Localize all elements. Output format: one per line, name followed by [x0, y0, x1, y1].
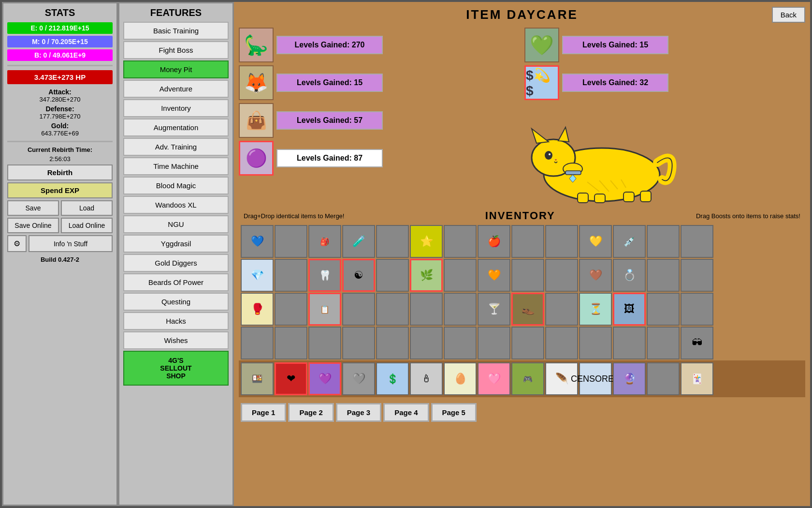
- feature-augmentation[interactable]: Augmentation: [123, 119, 229, 136]
- equipped-cell[interactable]: 🃏: [681, 362, 713, 395]
- feature-adventure[interactable]: Adventure: [123, 80, 229, 98]
- feature-yggdrasil[interactable]: Yggdrasil: [123, 235, 229, 253]
- equipped-cell[interactable]: ❤: [275, 362, 307, 395]
- page-5-button[interactable]: Page 5: [431, 403, 477, 422]
- inv-cell[interactable]: [579, 327, 612, 359]
- feature-adv-training[interactable]: Adv. Training: [123, 138, 229, 156]
- inv-cell[interactable]: 📋: [308, 293, 341, 326]
- feature-wishes[interactable]: Wishes: [123, 331, 229, 349]
- equipped-cell[interactable]: [647, 362, 680, 395]
- inv-cell[interactable]: [376, 225, 409, 258]
- inv-cell[interactable]: 💙: [241, 225, 274, 258]
- inv-cell[interactable]: 🍸: [478, 293, 510, 326]
- inv-cell[interactable]: [545, 327, 578, 359]
- load-button[interactable]: Load: [61, 200, 113, 216]
- feature-money-pit[interactable]: Money Pit: [123, 60, 229, 78]
- inv-cell[interactable]: 🦷: [308, 259, 341, 292]
- equipped-cell[interactable]: 💜: [308, 362, 341, 395]
- equipped-cell[interactable]: 🎮: [511, 362, 544, 395]
- feature-wandoos[interactable]: Wandoos XL: [123, 196, 229, 214]
- inv-cell[interactable]: 🎒: [308, 225, 341, 258]
- back-button[interactable]: Back: [772, 7, 805, 23]
- feature-questing[interactable]: Questing: [123, 293, 229, 311]
- inv-cell[interactable]: 🖼: [613, 293, 646, 326]
- inv-cell[interactable]: [275, 327, 307, 359]
- feature-fight-boss[interactable]: Fight Boss: [123, 41, 229, 59]
- feature-blood-magic[interactable]: Blood Magic: [123, 177, 229, 194]
- inv-cell[interactable]: [613, 327, 646, 359]
- page-1-button[interactable]: Page 1: [241, 403, 286, 422]
- save-online-button[interactable]: Save Online: [7, 218, 59, 233]
- inv-cell[interactable]: ⭐: [410, 225, 443, 258]
- feature-sellout-shop[interactable]: 4G'SSELLOUTSHOP: [123, 351, 229, 386]
- settings-button[interactable]: ⚙: [7, 235, 27, 252]
- inv-cell[interactable]: [376, 293, 409, 326]
- feature-inventory[interactable]: Inventory: [123, 99, 229, 117]
- inv-cell[interactable]: [478, 327, 510, 359]
- spend-exp-button[interactable]: Spend EXP: [7, 182, 113, 198]
- equipped-cell[interactable]: 🩶: [342, 362, 375, 395]
- page-3-button[interactable]: Page 3: [336, 403, 381, 422]
- inv-cell[interactable]: 🧪: [342, 225, 375, 258]
- feature-hacks[interactable]: Hacks: [123, 312, 229, 330]
- inv-cell[interactable]: [545, 293, 578, 326]
- inv-cell[interactable]: [410, 293, 443, 326]
- inv-cell[interactable]: [241, 327, 274, 359]
- equipped-cell[interactable]: 🕯: [410, 362, 443, 395]
- inv-cell[interactable]: [275, 225, 307, 258]
- feature-beards[interactable]: Beards Of Power: [123, 273, 229, 291]
- info-button[interactable]: Info 'n Stuff: [29, 235, 113, 252]
- inv-cell[interactable]: [647, 259, 680, 292]
- equipped-cell[interactable]: 🔮: [613, 362, 646, 395]
- inv-cell[interactable]: 💛: [579, 225, 612, 258]
- equipped-cell[interactable]: CENSORED: [579, 362, 612, 395]
- inv-cell[interactable]: 🕶: [681, 327, 713, 359]
- inv-cell[interactable]: 💉: [613, 225, 646, 258]
- equipped-cell[interactable]: 🩷: [478, 362, 510, 395]
- feature-ngu[interactable]: NGU: [123, 215, 229, 233]
- inv-cell[interactable]: [647, 327, 680, 359]
- inv-cell[interactable]: [444, 259, 477, 292]
- inv-cell[interactable]: [511, 327, 544, 359]
- inv-cell[interactable]: [308, 327, 341, 359]
- inv-cell[interactable]: 💎: [241, 259, 274, 292]
- inv-cell[interactable]: [511, 225, 544, 258]
- save-button[interactable]: Save: [7, 200, 59, 216]
- inv-cell[interactable]: [410, 327, 443, 359]
- page-2-button[interactable]: Page 2: [288, 403, 334, 422]
- inv-cell[interactable]: [342, 293, 375, 326]
- inv-cell[interactable]: [681, 259, 713, 292]
- page-4-button[interactable]: Page 4: [383, 403, 429, 422]
- inv-cell[interactable]: [545, 225, 578, 258]
- inv-cell[interactable]: [444, 225, 477, 258]
- feature-basic-training[interactable]: Basic Training: [123, 22, 229, 40]
- inv-cell[interactable]: [275, 259, 307, 292]
- inv-cell[interactable]: [275, 293, 307, 326]
- feature-time-machine[interactable]: Time Machine: [123, 157, 229, 175]
- inv-cell[interactable]: 🥊: [241, 293, 274, 326]
- inv-cell[interactable]: [681, 225, 713, 258]
- inv-cell[interactable]: 💍: [613, 259, 646, 292]
- inv-cell[interactable]: ⏳: [579, 293, 612, 326]
- inv-cell[interactable]: 🧡: [478, 259, 510, 292]
- inv-cell[interactable]: [647, 225, 680, 258]
- feature-gold-diggers[interactable]: Gold Diggers: [123, 254, 229, 272]
- inv-cell[interactable]: [545, 259, 578, 292]
- inv-cell[interactable]: [681, 293, 713, 326]
- inv-cell[interactable]: 🌿: [410, 259, 443, 292]
- inv-cell[interactable]: 🤎: [579, 259, 612, 292]
- inv-cell[interactable]: [444, 327, 477, 359]
- inv-cell[interactable]: [342, 327, 375, 359]
- inv-cell[interactable]: [444, 293, 477, 326]
- load-online-button[interactable]: Load Online: [61, 218, 113, 233]
- rebirth-button[interactable]: Rebirth: [7, 164, 113, 180]
- inv-cell[interactable]: 👞: [511, 293, 544, 326]
- equipped-cell[interactable]: 💲: [376, 362, 409, 395]
- inv-cell[interactable]: [511, 259, 544, 292]
- inv-cell[interactable]: 🍎: [478, 225, 510, 258]
- inv-cell[interactable]: ☯: [342, 259, 375, 292]
- inv-cell[interactable]: [647, 293, 680, 326]
- equipped-cell[interactable]: 🥚: [444, 362, 477, 395]
- inv-cell[interactable]: [376, 259, 409, 292]
- inv-cell[interactable]: [376, 327, 409, 359]
